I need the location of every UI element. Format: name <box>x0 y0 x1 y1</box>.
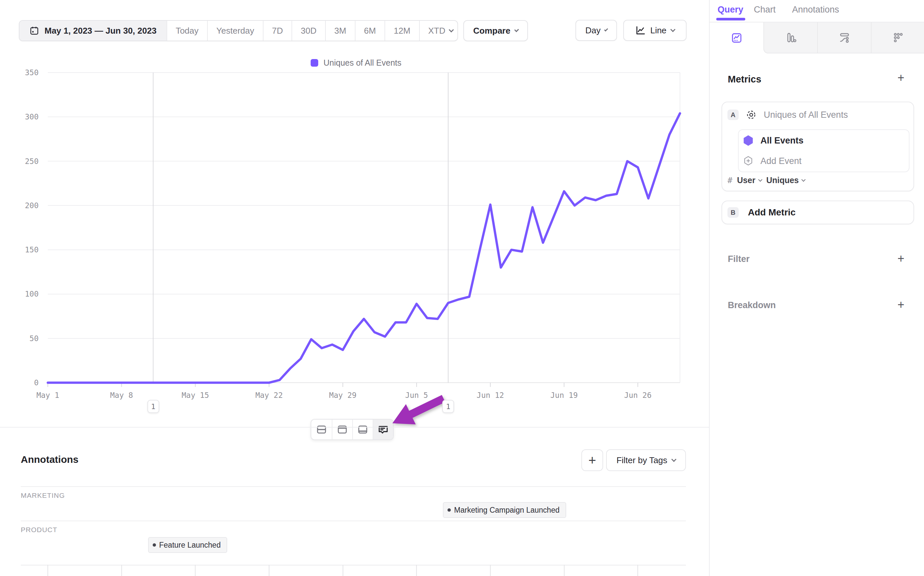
query-sidebar: Query Chart Annotations <box>709 0 924 576</box>
chart-annotation-toolbar <box>311 419 394 440</box>
aggregation-selector[interactable]: Uniques <box>766 176 805 185</box>
comment-icon <box>378 424 389 435</box>
annotation-dot-icon <box>447 508 451 512</box>
metric-a-header-row[interactable]: A Uniques of All Events <box>728 110 848 120</box>
annotation-group-marketing: MARKETING <box>21 491 65 499</box>
chevron-down-icon <box>801 178 806 182</box>
svg-text:150: 150 <box>25 245 38 254</box>
main-area: May 1, 2023 — Jun 30, 2023 TodayYesterda… <box>0 0 709 576</box>
tab-chart[interactable]: Chart <box>754 5 776 15</box>
split-middle-icon <box>316 424 327 435</box>
add-event-row[interactable]: Add Event <box>743 156 802 166</box>
mini-timeline-tick <box>195 565 196 576</box>
add-metric-label: Add Metric <box>748 207 796 218</box>
svg-text:300: 300 <box>25 112 38 121</box>
entity-label: User <box>737 176 755 185</box>
aggregation-label: Uniques <box>766 176 799 185</box>
svg-text:Jun 19: Jun 19 <box>551 391 578 400</box>
panel-top-button[interactable] <box>332 420 352 439</box>
event-hexagon-icon <box>743 135 753 146</box>
report-tab-retention[interactable] <box>871 22 924 53</box>
chevron-down-icon <box>758 178 763 182</box>
panel-top-icon <box>337 424 348 435</box>
report-tab-funnels[interactable] <box>763 22 817 53</box>
svg-text:100: 100 <box>25 290 38 298</box>
svg-text:0: 0 <box>34 378 38 387</box>
add-metric-card[interactable]: B Add Metric <box>721 201 914 224</box>
svg-text:Jun 26: Jun 26 <box>624 391 652 400</box>
panel-bottom-icon <box>357 424 369 435</box>
metric-b-badge: B <box>728 207 739 218</box>
mini-timeline-tick <box>48 565 48 576</box>
add-event-label: Add Event <box>760 156 802 166</box>
svg-text:Jun 5: Jun 5 <box>405 391 428 400</box>
entity-selector[interactable]: User <box>737 176 762 185</box>
breakdown-section-label: Breakdown <box>728 300 776 310</box>
retention-icon <box>892 32 904 43</box>
annotation-chip[interactable]: Marketing Campaign Launched <box>443 502 566 518</box>
report-type-tabs <box>710 22 924 53</box>
mini-timeline-tick <box>490 565 491 576</box>
group-divider <box>21 486 686 487</box>
funnels-icon <box>785 32 797 43</box>
flows-icon <box>839 32 851 43</box>
event-card: All Events Add Event <box>738 129 910 172</box>
split-middle-button[interactable] <box>311 420 332 439</box>
tab-query[interactable]: Query <box>718 5 743 15</box>
count-symbol: # <box>728 176 732 185</box>
panel-bottom-button[interactable] <box>352 420 373 439</box>
svg-text:May 8: May 8 <box>110 391 133 400</box>
event-row-all-events[interactable]: All Events <box>743 135 804 146</box>
filter-section-label: Filter <box>728 254 750 264</box>
annotations-title: Annotations <box>21 454 78 465</box>
metrics-header: Metrics <box>728 74 761 85</box>
active-tab-underline <box>716 18 745 21</box>
annotation-chip[interactable]: Feature Launched <box>148 537 228 553</box>
insights-icon <box>731 32 743 44</box>
mini-timeline-tick <box>343 565 343 576</box>
metric-scope-gear-icon <box>746 110 756 120</box>
svg-text:Jun 12: Jun 12 <box>477 391 504 400</box>
line-chart: 050100150200250300350May 1May 8May 15May… <box>0 0 709 416</box>
annotation-count-badge[interactable]: 1 <box>147 400 159 413</box>
add-annotation-button[interactable]: + <box>581 449 603 471</box>
report-tab-insights[interactable] <box>710 22 763 53</box>
svg-text:May 1: May 1 <box>36 391 59 400</box>
comments-button[interactable] <box>373 420 393 439</box>
tab-annotations[interactable]: Annotations <box>792 5 839 15</box>
mini-timeline-tick <box>121 565 122 576</box>
filter-by-tags-button[interactable]: Filter by Tags <box>606 449 686 471</box>
metric-a-card: A Uniques of All Events All Events Add E… <box>721 102 914 191</box>
annotation-chip-label: Feature Launched <box>159 541 221 550</box>
mini-timeline-tick <box>416 565 417 576</box>
all-events-label: All Events <box>760 136 804 146</box>
svg-text:250: 250 <box>25 157 38 166</box>
svg-text:50: 50 <box>29 334 38 343</box>
panel-divider <box>0 427 709 427</box>
annotation-group-product: PRODUCT <box>21 526 57 534</box>
add-filter-button[interactable]: + <box>894 253 908 265</box>
mini-timeline-tick <box>637 565 638 576</box>
add-metric-plus-button[interactable]: + <box>894 72 908 84</box>
metric-a-badge: A <box>728 110 739 120</box>
mini-timeline-tick <box>269 565 270 576</box>
add-breakdown-button[interactable]: + <box>894 299 908 311</box>
measure-row: # User Uniques <box>728 176 805 185</box>
svg-text:350: 350 <box>25 68 38 77</box>
metric-a-title: Uniques of All Events <box>764 110 848 120</box>
mini-timeline-axis <box>21 565 686 565</box>
svg-text:200: 200 <box>25 201 38 210</box>
group-divider <box>21 521 686 521</box>
report-tab-flows[interactable] <box>817 22 871 53</box>
filter-by-tags-label: Filter by Tags <box>616 455 667 466</box>
add-event-hexagon-icon <box>743 156 753 166</box>
chevron-down-icon <box>671 457 677 462</box>
annotation-chip-label: Marketing Campaign Launched <box>454 506 560 515</box>
mini-timeline-tick <box>564 565 565 576</box>
annotation-dot-icon <box>153 543 156 547</box>
svg-text:May 22: May 22 <box>255 391 282 400</box>
annotation-count-badge[interactable]: 1 <box>442 400 454 413</box>
svg-text:May 15: May 15 <box>182 391 209 400</box>
svg-text:May 29: May 29 <box>329 391 356 400</box>
